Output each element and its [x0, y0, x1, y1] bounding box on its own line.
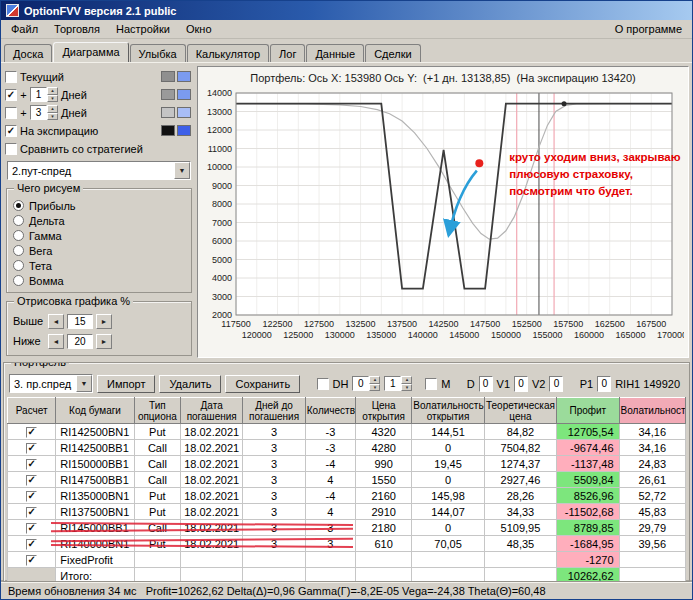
- spin-up-icon[interactable]: ▴: [47, 87, 58, 95]
- draw-group: Чего рисуем ПрибыльДельтаГаммаВегаТетаВо…: [6, 188, 192, 293]
- menu-about[interactable]: О программе: [607, 21, 690, 37]
- row-checkbox[interactable]: [26, 475, 37, 486]
- layer-checkbox[interactable]: [5, 125, 17, 137]
- row-checkbox[interactable]: [26, 427, 37, 438]
- row-checkbox[interactable]: [26, 555, 37, 566]
- layer-label: На экспирацию: [20, 125, 98, 137]
- row-checkbox[interactable]: [26, 539, 37, 550]
- layer-checkbox[interactable]: [5, 71, 17, 83]
- color-swatches: [161, 89, 193, 100]
- p1-field[interactable]: 0: [597, 376, 611, 392]
- draw-group-title: Чего рисуем: [14, 182, 83, 194]
- portfolio-strategy-select[interactable]: 3. пр.спред ▼: [9, 374, 93, 393]
- cell: 2910: [356, 504, 412, 520]
- menu-trading[interactable]: Торговля: [46, 21, 108, 37]
- v1-field[interactable]: 0: [514, 376, 528, 392]
- radio-button[interactable]: [13, 215, 24, 226]
- save-button[interactable]: Сохранить: [225, 375, 300, 393]
- draw-option-1[interactable]: Дельта: [13, 213, 185, 228]
- x-axis-label: 130000: [325, 330, 355, 340]
- column-header-8[interactable]: Теоретическая цена: [484, 398, 556, 424]
- tab-6[interactable]: Сделки: [365, 44, 421, 62]
- column-header-7[interactable]: Волатильность открытия: [412, 398, 484, 424]
- radio-label: Вомма: [29, 275, 64, 287]
- tab-0[interactable]: Доска: [4, 44, 52, 62]
- cell: 18.02.2021: [181, 456, 243, 472]
- days-spinner[interactable]: 1▴▾: [30, 87, 58, 102]
- radio-button[interactable]: [13, 230, 24, 241]
- dh-spinner-1[interactable]: 0 ▴▾: [352, 376, 380, 391]
- row-checkbox[interactable]: [26, 491, 37, 502]
- radio-button[interactable]: [13, 245, 24, 256]
- layer-checkbox[interactable]: [5, 107, 17, 119]
- dh-spinner-2[interactable]: 1 ▴▾: [384, 376, 412, 391]
- tab-3[interactable]: Калькулятор: [187, 44, 269, 62]
- radio-button[interactable]: [13, 260, 24, 271]
- title-bar[interactable]: OptionFVV версия 2.1 public: [1, 1, 692, 20]
- spinner-arrows[interactable]: ▴▾: [47, 87, 58, 102]
- column-header-2[interactable]: Тип опциона: [134, 398, 180, 424]
- menu-file[interactable]: Файл: [3, 21, 46, 37]
- column-header-6[interactable]: Цена открытия: [356, 398, 412, 424]
- cell: [484, 552, 556, 568]
- spin-down-icon[interactable]: ▾: [369, 384, 380, 392]
- cell: -1137,48: [557, 456, 619, 472]
- spin-down-icon[interactable]: ▾: [47, 113, 58, 121]
- dh-checkbox[interactable]: [317, 378, 329, 390]
- column-header-5[interactable]: Количество: [305, 398, 355, 424]
- draw-option-5[interactable]: Вомма: [13, 273, 185, 288]
- tab-1[interactable]: Диаграмма: [53, 42, 128, 62]
- spinner-arrows[interactable]: ▴▾: [401, 376, 412, 391]
- days-spinner[interactable]: 3▴▾: [30, 105, 58, 120]
- draw-option-4[interactable]: Тета: [13, 258, 185, 273]
- v2-field[interactable]: 0: [549, 376, 563, 392]
- arrow-left-button[interactable]: ◄: [48, 314, 64, 329]
- spin-up-icon[interactable]: ▴: [369, 376, 380, 384]
- row-checkbox[interactable]: [26, 459, 37, 470]
- row-checkbox[interactable]: [26, 443, 37, 454]
- spin-up-icon[interactable]: ▴: [47, 105, 58, 113]
- spin-down-icon[interactable]: ▾: [47, 95, 58, 103]
- layer-checkbox[interactable]: [5, 89, 17, 101]
- menu-settings[interactable]: Настройки: [108, 21, 178, 37]
- import-button[interactable]: Импорт: [97, 375, 155, 393]
- radio-button[interactable]: [13, 275, 24, 286]
- spinner-arrows[interactable]: ▴▾: [47, 105, 58, 120]
- column-header-1[interactable]: Код бумаги: [56, 398, 134, 424]
- draw-option-3[interactable]: Вега: [13, 243, 185, 258]
- delete-button[interactable]: Удалить: [159, 375, 221, 393]
- draw-options: ПрибыльДельтаГаммаВегаТетаВомма: [13, 198, 185, 288]
- column-header-10[interactable]: Волатильность: [619, 398, 685, 424]
- menu-window[interactable]: Окно: [178, 21, 220, 37]
- arrow-right-button[interactable]: ►: [96, 314, 112, 329]
- column-header-0[interactable]: Расчет: [8, 398, 56, 424]
- menu-bar: Файл Торговля Настройки Окно О программе: [1, 20, 692, 39]
- column-header-9[interactable]: Профит: [557, 398, 619, 424]
- d-field[interactable]: 0: [479, 376, 493, 392]
- tab-4[interactable]: Лог: [270, 44, 305, 62]
- arrow-right-button[interactable]: ►: [96, 334, 112, 349]
- chevron-down-icon[interactable]: ▼: [76, 375, 92, 392]
- column-header-4[interactable]: Дней до погашения: [243, 398, 305, 424]
- chevron-down-icon[interactable]: ▼: [174, 162, 190, 179]
- m-checkbox[interactable]: [425, 378, 437, 390]
- cell: 2180: [356, 520, 412, 536]
- column-header-3[interactable]: Дата погашения: [181, 398, 243, 424]
- compare-strategy-checkbox[interactable]: [5, 143, 17, 155]
- spin-down-icon[interactable]: ▾: [401, 384, 412, 392]
- spinner-arrows[interactable]: ▴▾: [369, 376, 380, 391]
- cell: RI142500BB1: [56, 440, 134, 456]
- draw-option-0[interactable]: Прибыль: [13, 198, 185, 213]
- radio-button[interactable]: [13, 200, 24, 211]
- cell: Put: [134, 504, 180, 520]
- row-checkbox[interactable]: [26, 507, 37, 518]
- tab-2[interactable]: Улыбка: [130, 44, 186, 62]
- layer-row-2: +3▴▾Дней: [5, 104, 193, 121]
- cell: RI137500BN1: [56, 504, 134, 520]
- row-checkbox[interactable]: [26, 523, 37, 534]
- strategy-compare-select[interactable]: 2.пут-спред ▼: [7, 161, 191, 180]
- tab-5[interactable]: Данные: [306, 44, 364, 62]
- arrow-left-button[interactable]: ◄: [48, 334, 64, 349]
- spin-up-icon[interactable]: ▴: [401, 376, 412, 384]
- draw-option-2[interactable]: Гамма: [13, 228, 185, 243]
